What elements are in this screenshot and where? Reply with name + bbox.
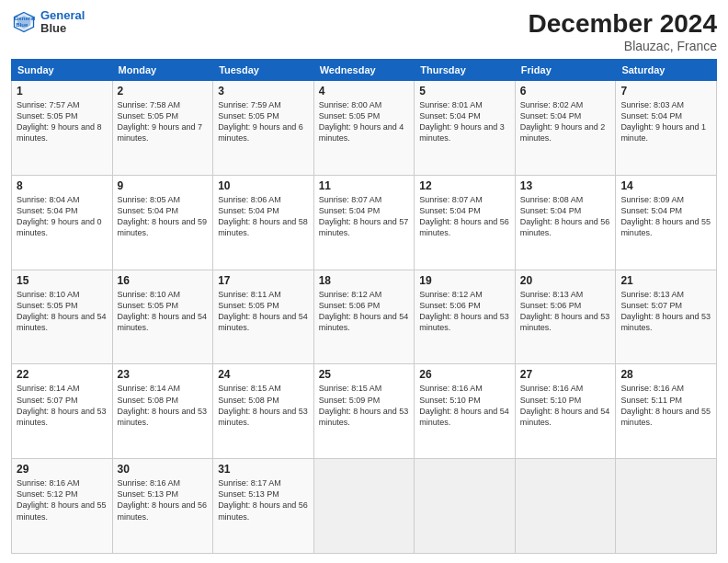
day-number: 5 [419,85,510,98]
day-number: 2 [118,85,209,98]
day-detail: Sunrise: 8:12 AM Sunset: 5:06 PM Dayligh… [319,289,410,334]
day-number: 27 [520,368,611,381]
day-detail: Sunrise: 8:16 AM Sunset: 5:12 PM Dayligh… [17,477,108,523]
table-row [515,459,616,554]
table-row: 12Sunrise: 8:07 AM Sunset: 5:04 PM Dayli… [415,175,516,270]
calendar-title: December 2024 [529,9,717,39]
table-row: 9Sunrise: 8:05 AM Sunset: 5:04 PM Daylig… [112,175,213,270]
day-number: 29 [17,463,108,476]
table-row: 28Sunrise: 8:16 AM Sunset: 5:11 PM Dayli… [616,364,717,459]
calendar-week-4: 29Sunrise: 8:16 AM Sunset: 5:12 PM Dayli… [12,459,717,554]
day-detail: Sunrise: 8:05 AM Sunset: 5:04 PM Dayligh… [118,194,209,239]
day-number: 12 [419,179,510,192]
table-row: 19Sunrise: 8:12 AM Sunset: 5:06 PM Dayli… [415,270,516,364]
day-detail: Sunrise: 8:15 AM Sunset: 5:09 PM Dayligh… [319,383,410,428]
logo-icon: General Blue [11,9,37,35]
day-detail: Sunrise: 8:10 AM Sunset: 5:05 PM Dayligh… [17,289,108,334]
day-number: 6 [520,85,611,98]
col-friday: Friday [515,60,616,81]
day-number: 15 [17,274,108,287]
day-detail: Sunrise: 8:01 AM Sunset: 5:04 PM Dayligh… [419,99,510,144]
day-detail: Sunrise: 8:12 AM Sunset: 5:06 PM Dayligh… [419,289,510,334]
table-row: 2Sunrise: 7:58 AM Sunset: 5:05 PM Daylig… [112,81,213,176]
table-row: 21Sunrise: 8:13 AM Sunset: 5:07 PM Dayli… [616,270,717,364]
col-saturday: Saturday [616,60,717,81]
logo-line1: General [40,8,85,22]
day-detail: Sunrise: 8:04 AM Sunset: 5:04 PM Dayligh… [17,194,108,239]
day-detail: Sunrise: 8:11 AM Sunset: 5:05 PM Dayligh… [218,289,309,334]
table-row: 30Sunrise: 8:16 AM Sunset: 5:13 PM Dayli… [112,459,213,554]
table-row: 8Sunrise: 8:04 AM Sunset: 5:04 PM Daylig… [12,175,113,270]
day-number: 22 [17,368,108,381]
table-row: 3Sunrise: 7:59 AM Sunset: 5:05 PM Daylig… [213,81,314,176]
day-number: 21 [620,274,711,287]
table-row: 22Sunrise: 8:14 AM Sunset: 5:07 PM Dayli… [12,364,113,459]
day-detail: Sunrise: 8:14 AM Sunset: 5:07 PM Dayligh… [17,383,108,428]
day-number: 24 [218,368,309,381]
table-row: 7Sunrise: 8:03 AM Sunset: 5:04 PM Daylig… [616,81,717,176]
table-row: 13Sunrise: 8:08 AM Sunset: 5:04 PM Dayli… [515,175,616,270]
day-number: 4 [319,85,410,98]
calendar-week-1: 8Sunrise: 8:04 AM Sunset: 5:04 PM Daylig… [12,175,717,270]
calendar-table: Sunday Monday Tuesday Wednesday Thursday… [11,59,717,554]
day-number: 3 [218,85,309,98]
table-row: 31Sunrise: 8:17 AM Sunset: 5:13 PM Dayli… [213,459,314,554]
day-number: 26 [419,368,510,381]
table-row: 17Sunrise: 8:11 AM Sunset: 5:05 PM Dayli… [213,270,314,364]
day-number: 16 [118,274,209,287]
svg-text:Blue: Blue [16,22,28,29]
table-row: 15Sunrise: 8:10 AM Sunset: 5:05 PM Dayli… [12,270,113,364]
day-detail: Sunrise: 8:08 AM Sunset: 5:04 PM Dayligh… [520,194,611,239]
table-row: 1Sunrise: 7:57 AM Sunset: 5:05 PM Daylig… [12,81,113,176]
table-row: 24Sunrise: 8:15 AM Sunset: 5:08 PM Dayli… [213,364,314,459]
table-row: 25Sunrise: 8:15 AM Sunset: 5:09 PM Dayli… [313,364,415,459]
day-detail: Sunrise: 8:07 AM Sunset: 5:04 PM Dayligh… [419,194,510,239]
table-row: 20Sunrise: 8:13 AM Sunset: 5:06 PM Dayli… [515,270,616,364]
col-monday: Monday [112,60,213,81]
day-number: 1 [17,85,108,98]
day-detail: Sunrise: 8:09 AM Sunset: 5:04 PM Dayligh… [620,194,711,239]
table-row: 27Sunrise: 8:16 AM Sunset: 5:10 PM Dayli… [515,364,616,459]
day-number: 20 [520,274,611,287]
day-number: 30 [118,463,209,476]
day-number: 11 [319,179,410,192]
day-detail: Sunrise: 8:02 AM Sunset: 5:04 PM Dayligh… [520,99,611,144]
day-number: 23 [118,368,209,381]
table-row: 11Sunrise: 8:07 AM Sunset: 5:04 PM Dayli… [313,175,415,270]
logo-line2: Blue [40,22,85,35]
header: General Blue General Blue December 2024 … [11,9,717,53]
svg-text:General: General [15,16,36,22]
logo-text: General Blue [40,9,85,36]
calendar-week-0: 1Sunrise: 7:57 AM Sunset: 5:05 PM Daylig… [12,81,717,176]
day-detail: Sunrise: 8:13 AM Sunset: 5:06 PM Dayligh… [520,289,611,334]
table-row: 29Sunrise: 8:16 AM Sunset: 5:12 PM Dayli… [12,459,113,554]
day-number: 25 [319,368,410,381]
day-number: 13 [520,179,611,192]
day-detail: Sunrise: 8:16 AM Sunset: 5:10 PM Dayligh… [520,383,611,428]
day-detail: Sunrise: 8:00 AM Sunset: 5:05 PM Dayligh… [319,99,410,144]
day-number: 31 [218,463,309,476]
col-sunday: Sunday [12,60,113,81]
calendar-header-row: Sunday Monday Tuesday Wednesday Thursday… [12,60,717,81]
calendar-week-3: 22Sunrise: 8:14 AM Sunset: 5:07 PM Dayli… [12,364,717,459]
table-row [313,459,415,554]
day-detail: Sunrise: 8:06 AM Sunset: 5:04 PM Dayligh… [218,194,309,239]
day-detail: Sunrise: 8:14 AM Sunset: 5:08 PM Dayligh… [118,383,209,428]
day-number: 14 [620,179,711,192]
day-detail: Sunrise: 8:17 AM Sunset: 5:13 PM Dayligh… [218,477,309,523]
day-number: 10 [218,179,309,192]
calendar-week-2: 15Sunrise: 8:10 AM Sunset: 5:05 PM Dayli… [12,270,717,364]
day-detail: Sunrise: 8:07 AM Sunset: 5:04 PM Dayligh… [319,194,410,239]
day-detail: Sunrise: 7:59 AM Sunset: 5:05 PM Dayligh… [218,99,309,144]
table-row: 6Sunrise: 8:02 AM Sunset: 5:04 PM Daylig… [515,81,616,176]
table-row: 26Sunrise: 8:16 AM Sunset: 5:10 PM Dayli… [415,364,516,459]
day-detail: Sunrise: 8:13 AM Sunset: 5:07 PM Dayligh… [620,289,711,334]
day-number: 19 [419,274,510,287]
day-number: 18 [319,274,410,287]
table-row [415,459,516,554]
col-tuesday: Tuesday [213,60,314,81]
day-number: 28 [620,368,711,381]
day-detail: Sunrise: 7:57 AM Sunset: 5:05 PM Dayligh… [17,99,108,144]
day-detail: Sunrise: 8:15 AM Sunset: 5:08 PM Dayligh… [218,383,309,428]
table-row [616,459,717,554]
